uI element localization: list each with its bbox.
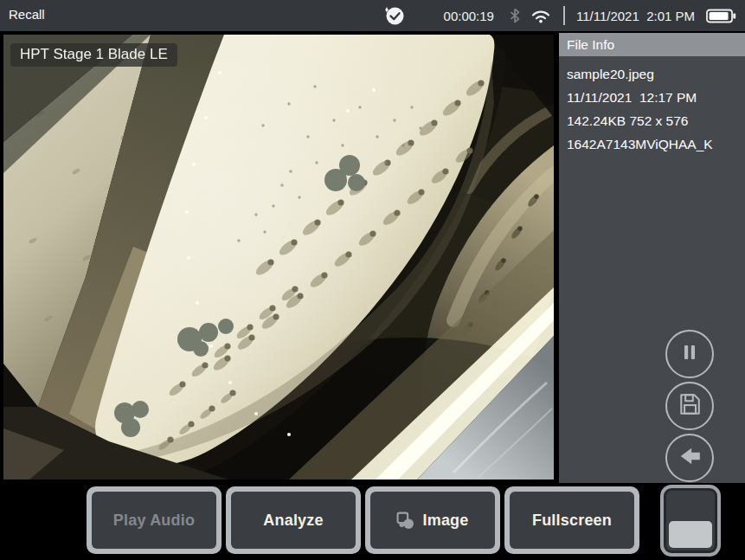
screen-toggle-knob	[669, 521, 712, 548]
file-info-header: File Info	[559, 33, 745, 56]
recalled-image-view[interactable]: HPT Stage 1 Blade LE	[3, 35, 554, 480]
back-button[interactable]	[665, 434, 714, 482]
screen-toggle-frame	[664, 488, 717, 553]
image-layers-icon	[396, 512, 414, 530]
analyze-label: Analyze	[263, 512, 323, 530]
file-name: sample20.jpeg	[559, 62, 745, 86]
file-serial: 1642A7143MViQHAA_K	[559, 132, 745, 156]
image-label: Image	[422, 512, 468, 530]
screen-toggle-face	[666, 491, 715, 550]
wifi-icon	[530, 9, 551, 23]
fullscreen-button[interactable]: Fullscreen	[504, 486, 639, 554]
record-timer: 00:00:19	[444, 9, 494, 23]
status-divider	[563, 6, 565, 25]
content-area: HPT Stage 1 Blade LE File Info sample20.…	[0, 31, 745, 483]
status-indicators: 00:00:19 11/11/2021 2:01 PM	[383, 0, 736, 31]
fullscreen-label: Fullscreen	[532, 512, 612, 530]
mode-label: Recall	[9, 7, 45, 22]
back-arrow-icon	[678, 444, 702, 472]
file-size-dimensions: 142.24KB 752 x 576	[559, 109, 745, 132]
save-button[interactable]	[665, 382, 714, 430]
analyze-button[interactable]: Analyze	[226, 486, 361, 554]
image-button[interactable]: Image	[365, 486, 500, 554]
datetime: 11/11/2021 2:01 PM	[576, 9, 695, 23]
bluetooth-icon	[510, 8, 520, 23]
status-bar: Recall 00:00:19	[0, 0, 745, 31]
check-circle-icon	[383, 5, 404, 26]
play-audio-button[interactable]: Play Audio	[87, 486, 222, 554]
borescope-image	[3, 35, 554, 480]
pause-button[interactable]	[665, 330, 714, 378]
screen-toggle-button[interactable]	[660, 485, 721, 557]
bottom-bar: Play Audio Analyze Image Fullscreen	[0, 483, 745, 560]
pause-icon	[679, 342, 700, 366]
device-screen: Recall 00:00:19	[0, 0, 745, 560]
file-datetime: 11/11/2021 12:17 PM	[559, 86, 745, 109]
image-title-overlay: HPT Stage 1 Blade LE	[10, 43, 177, 67]
play-audio-label: Play Audio	[113, 512, 195, 530]
file-info-panel: File Info sample20.jpeg 11/11/2021 12:17…	[559, 33, 745, 483]
save-icon	[678, 392, 702, 420]
battery-icon	[706, 9, 736, 23]
